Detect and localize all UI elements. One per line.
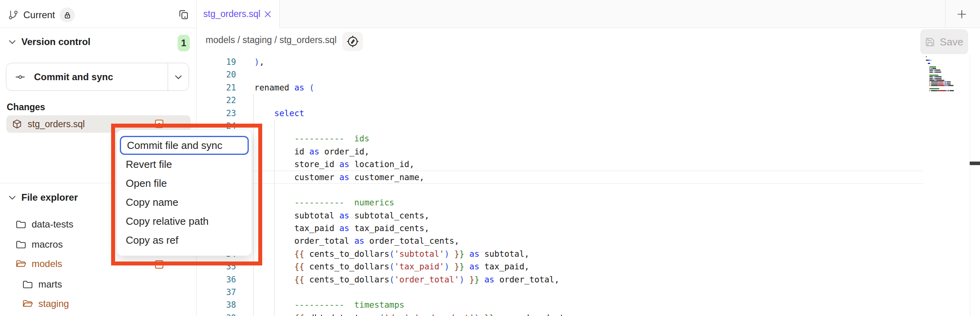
code-line: ), — [254, 56, 564, 68]
minimap-scroll-strip[interactable] — [970, 54, 980, 316]
code-line: renamed as ( — [254, 81, 564, 94]
changes-section-title: Changes — [7, 102, 45, 113]
minimap-line — [923, 64, 970, 66]
line-number: 38 — [197, 299, 236, 311]
code-line: ---------- numerics — [254, 196, 564, 209]
branch-name: Current — [23, 9, 55, 21]
git-branch-icon — [8, 9, 19, 21]
close-tab-icon[interactable] — [264, 11, 271, 18]
indent-guide — [253, 94, 254, 316]
version-control-title: Version control — [21, 36, 91, 47]
line-number: 37 — [197, 286, 236, 299]
changes-count-badge: 1 — [178, 35, 190, 51]
minimap-line — [923, 76, 970, 77]
context-menu-item-revert-file[interactable]: Revert file — [120, 155, 249, 174]
file-tree-item-label: staging — [38, 298, 69, 309]
code-line: id as order_id, — [254, 145, 564, 158]
file-tree-item-label: marts — [38, 279, 62, 290]
minimap-line — [923, 68, 970, 69]
code-content: ),renamed as ( select ---------- ids id … — [254, 56, 564, 316]
line-number: 20 — [197, 68, 236, 81]
code-line — [254, 184, 564, 196]
file-tree-item-label: models — [32, 258, 62, 269]
minimap-line — [923, 56, 970, 57]
chevron-down-icon — [9, 40, 16, 44]
context-menu-item-open-file[interactable]: Open file — [120, 174, 249, 193]
modified-indicator-icon — [155, 260, 163, 269]
folder-icon — [16, 240, 26, 249]
code-line: order_total as order_total_cents, — [254, 235, 564, 247]
version-control-header[interactable]: Version control — [0, 36, 91, 47]
tab-stg-orders[interactable]: stg_orders.sql — [197, 0, 280, 28]
code-line — [254, 286, 564, 299]
minimap[interactable] — [923, 54, 970, 316]
minimap-line — [923, 60, 970, 61]
minimap-scroll-marker[interactable] — [970, 162, 980, 165]
minimap-line — [923, 61, 970, 62]
line-number: 21 — [197, 81, 236, 94]
lock-icon — [63, 11, 72, 19]
file-context-menu: Commit file and syncRevert fileOpen file… — [117, 130, 252, 256]
minimap-line — [923, 90, 970, 91]
chevron-down-icon — [9, 195, 16, 200]
commit-options-dropdown[interactable] — [168, 63, 189, 90]
minimap-line — [923, 83, 970, 85]
new-tab-button[interactable] — [954, 7, 969, 22]
code-line: customer as customer_name, — [254, 171, 564, 184]
branch-bar: Current — [0, 0, 196, 28]
ide-window: Current Version control — [0, 0, 980, 316]
context-menu-item-copy-name[interactable]: Copy name — [120, 193, 249, 212]
context-menu-item-copy-relative-path[interactable]: Copy relative path — [120, 212, 249, 231]
line-number: 19 — [197, 56, 236, 68]
breadcrumb: models / staging / stg_orders.sql — [206, 35, 337, 45]
code-line: ---------- ids — [254, 132, 564, 145]
file-tree-item-label: data-tests — [32, 219, 73, 230]
changed-file-name: stg_orders.sql — [28, 119, 85, 130]
file-explorer-title: File explorer — [21, 192, 78, 203]
minimap-line — [923, 70, 970, 71]
minimap-line — [923, 88, 970, 89]
file-tree-item-marts[interactable]: marts — [0, 276, 219, 293]
line-number: 22 — [197, 94, 236, 107]
minimap-line — [923, 58, 970, 59]
commit-and-sync-button[interactable]: Commit and sync — [6, 63, 189, 91]
context-menu-item-copy-as-ref[interactable]: Copy as ref — [120, 231, 249, 250]
minimap-line — [923, 80, 970, 81]
tab-label: stg_orders.sql — [203, 9, 260, 19]
copy-branch-icon[interactable] — [178, 9, 189, 21]
minimap-line — [923, 75, 970, 76]
code-editor[interactable]: 1920212223242526272829303132333435363738… — [197, 54, 980, 316]
context-menu-item-commit-file-and-sync[interactable]: Commit file and sync — [120, 136, 249, 155]
code-line: {{ cents_to_dollars('subtotal') }} as su… — [254, 248, 564, 260]
model-cube-icon — [12, 119, 22, 129]
chevron-down-icon — [175, 75, 182, 79]
line-number: 36 — [197, 273, 236, 286]
line-number: 35 — [197, 260, 236, 273]
code-line: select — [254, 107, 564, 120]
code-line: store_id as location_id, — [254, 158, 564, 171]
code-line: {{ dbt.date_trunc('day','ordered_at') }}… — [254, 312, 564, 316]
lineage-button[interactable] — [342, 32, 363, 51]
minimap-line — [923, 71, 970, 73]
editor-toolbar: models / staging / stg_orders.sql — [197, 28, 980, 54]
folder-open-icon — [23, 299, 33, 308]
tabbar-separator — [945, 0, 946, 28]
code-line: {{ cents_to_dollars('tax_paid') }} as ta… — [254, 260, 564, 273]
minimap-line — [923, 81, 970, 83]
file-tree-item-label: macros — [32, 239, 63, 250]
file-explorer-header[interactable]: File explorer — [0, 192, 78, 203]
minimap-line — [923, 66, 970, 68]
folder-icon — [16, 220, 26, 229]
plus-icon — [957, 9, 967, 19]
save-button[interactable]: Save — [920, 29, 968, 55]
file-tree-item-models[interactable]: models — [0, 256, 212, 272]
line-number: 39 — [197, 312, 236, 316]
file-tree-item-staging[interactable]: staging — [0, 295, 219, 312]
code-line: tax_paid as tax_paid_cents, — [254, 222, 564, 235]
code-line — [254, 120, 564, 132]
folder-icon — [23, 280, 33, 289]
save-floppy-icon — [925, 37, 935, 47]
code-line: {{ cents_to_dollars('order_total') }} as… — [254, 273, 564, 286]
git-commit-icon — [13, 72, 27, 82]
minimap-line — [923, 87, 970, 88]
